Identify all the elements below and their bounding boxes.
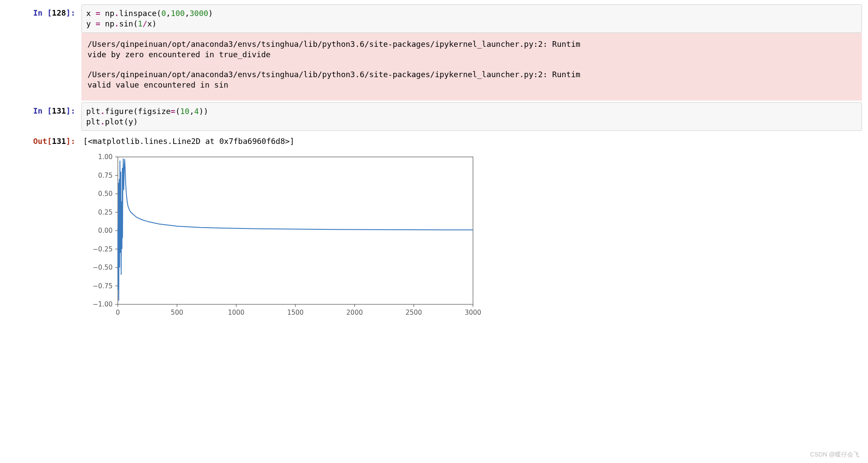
code-cell-131: In [131]: plt.figure(figsize=(10,4)) plt…	[6, 102, 862, 131]
code-token: 1	[138, 19, 143, 28]
code-token: (	[175, 107, 180, 116]
y-tick-label: −0.25	[93, 245, 113, 253]
code-token: )	[199, 107, 204, 116]
stderr-line: /Users/qinpeinuan/opt/anaconda3/envs/tsi…	[87, 39, 580, 49]
code-token: .	[100, 117, 105, 126]
plot-output-cell: −1.00−0.75−0.50−0.250.000.250.500.751.00…	[6, 148, 862, 330]
code-token: 10	[180, 107, 190, 116]
code-token: (	[124, 117, 129, 126]
y-ticks-group: −1.00−0.75−0.50−0.250.000.250.500.751.00	[93, 153, 118, 308]
code-token: .	[114, 9, 119, 18]
prompt-suffix: ]:	[66, 106, 75, 115]
code-input[interactable]: x = np.linspace(0,100,3000) y = np.sin(1…	[81, 4, 862, 33]
code-token: =	[96, 9, 100, 18]
code-token: /	[143, 19, 147, 28]
code-token: =	[171, 107, 175, 116]
code-input[interactable]: plt.figure(figsize=(10,4)) plt.plot(y)	[81, 102, 862, 131]
code-token: )	[208, 9, 213, 18]
code-token: (	[133, 19, 138, 28]
y-tick-label: 0.00	[98, 227, 113, 235]
prompt-number: 131	[52, 106, 66, 115]
stderr-line: /Users/qinpeinuan/opt/anaconda3/envs/tsi…	[87, 70, 580, 79]
code-cell-128: In [128]: x = np.linspace(0,100,3000) y …	[6, 4, 862, 101]
stderr-output: /Users/qinpeinuan/opt/anaconda3/envs/tsi…	[81, 33, 862, 101]
input-prompt: In [131]:	[6, 102, 81, 116]
y-tick-label: −0.75	[93, 282, 113, 290]
code-token: figure	[105, 107, 133, 116]
code-token: np	[100, 19, 115, 28]
code-token: )	[133, 117, 138, 126]
prompt-kind: In [	[33, 8, 52, 17]
code-token: .	[100, 107, 105, 116]
y-tick-label: 0.50	[98, 190, 113, 198]
matplotlib-figure: −1.00−0.75−0.50−0.250.000.250.500.751.00…	[83, 153, 482, 322]
code-token: 3000	[189, 9, 208, 18]
code-token: ,	[185, 9, 190, 18]
code-token: 0	[161, 9, 166, 18]
prompt-suffix: ]:	[66, 8, 75, 17]
code-token: np	[100, 9, 115, 18]
code-token: figsize	[138, 107, 171, 116]
x-tick-label: 2500	[405, 309, 422, 316]
code-token: x	[86, 9, 96, 18]
prompt-number: 131	[52, 137, 66, 146]
code-token: plt	[86, 107, 100, 116]
x-tick-label: 1000	[228, 309, 244, 316]
code-token: x	[147, 19, 152, 28]
code-token: (	[157, 9, 162, 18]
prompt-kind: Out[	[33, 137, 52, 146]
code-token: ,	[189, 107, 194, 116]
y-tick-label: 0.25	[98, 209, 113, 216]
x-ticks-group: 050010001500200025003000	[116, 304, 481, 316]
x-tick-label: 2000	[347, 309, 363, 316]
cell-128-area: x = np.linspace(0,100,3000) y = np.sin(1…	[81, 4, 862, 101]
y-tick-label: −1.00	[93, 300, 113, 308]
output-prompt: Out[131]:	[6, 133, 81, 147]
code-token: y	[86, 19, 96, 28]
prompt-kind: In [	[33, 106, 52, 115]
code-token: sin	[119, 19, 133, 28]
y-tick-label: 1.00	[98, 153, 113, 161]
code-token: plt	[86, 117, 100, 126]
code-token: linspace	[119, 9, 157, 18]
code-token: .	[114, 19, 119, 28]
code-token: ,	[166, 9, 171, 18]
prompt-number: 128	[52, 8, 66, 17]
prompt-suffix: ]:	[66, 137, 75, 146]
x-tick-label: 500	[171, 309, 183, 316]
y-tick-label: 0.75	[98, 172, 113, 179]
plot-wrap: −1.00−0.75−0.50−0.250.000.250.500.751.00…	[81, 148, 862, 330]
code-token: (	[133, 107, 138, 116]
code-token: 4	[194, 107, 199, 116]
code-token: )	[204, 107, 208, 116]
code-token: y	[129, 117, 133, 126]
code-token: plot	[105, 117, 123, 126]
empty-prompt	[6, 148, 81, 152]
stderr-line: vide by zero encountered in true_divide	[87, 50, 271, 59]
stderr-line: valid value encountered in sin	[87, 80, 228, 89]
x-tick-label: 1500	[287, 309, 304, 316]
output-text: [<matplotlib.lines.Line2D at 0x7fba6960f…	[81, 133, 862, 147]
axes-frame	[118, 157, 473, 304]
series-line	[118, 158, 473, 300]
code-token: )	[152, 19, 157, 28]
input-prompt: In [128]:	[6, 4, 81, 18]
code-token: 100	[171, 9, 185, 18]
output-cell-131: Out[131]: [<matplotlib.lines.Line2D at 0…	[6, 133, 862, 147]
x-tick-label: 0	[116, 309, 120, 316]
x-tick-label: 3000	[465, 309, 481, 316]
code-token: =	[96, 19, 100, 28]
y-tick-label: −0.50	[93, 264, 113, 271]
